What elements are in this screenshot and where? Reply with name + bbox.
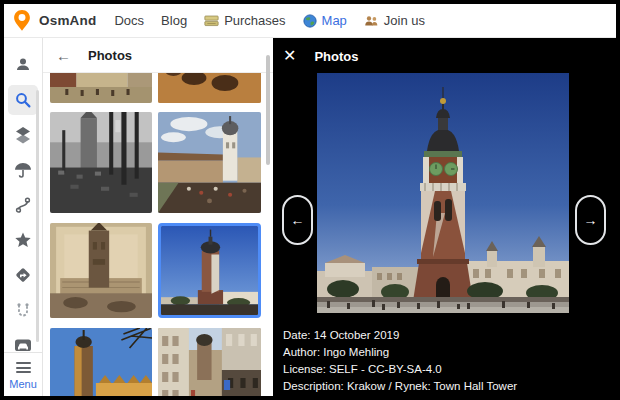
nav-map[interactable]: Map — [303, 13, 347, 28]
menu-label: Menu — [9, 378, 37, 390]
car-icon — [8, 330, 38, 360]
sidebar-item-account[interactable] — [4, 47, 42, 82]
photos-list-panel: ← Photos — [43, 38, 273, 396]
previous-photo-button[interactable]: ← — [282, 195, 313, 245]
thumbnail-painting-market-square[interactable] — [50, 73, 152, 103]
join-us-icon — [364, 15, 379, 27]
purchases-icon — [204, 15, 219, 27]
star-icon — [8, 225, 38, 255]
layers-icon — [8, 120, 38, 150]
search-icon — [8, 85, 38, 115]
sidebar-divider — [4, 352, 42, 353]
viewer-title: Photos — [314, 49, 358, 64]
right-arrow-icon: → — [584, 212, 598, 228]
umbrella-icon — [8, 155, 38, 185]
photos-panel-title: Photos — [88, 48, 132, 63]
plan-route-icon — [8, 295, 38, 325]
nav-join-us[interactable]: Join us — [364, 13, 425, 28]
left-arrow-icon: ← — [291, 212, 305, 228]
meta-date: Date: 14 October 2019 — [283, 327, 517, 344]
viewer-header: ✕ Photos — [283, 48, 358, 64]
thumbnail-bw-photo-parade[interactable] — [50, 112, 152, 213]
thumbnail-painting-white-tower[interactable] — [158, 112, 261, 213]
nav-docs[interactable]: Docs — [114, 13, 144, 28]
meta-license: License: SELF - CC-BY-SA-4.0 — [283, 361, 517, 378]
meta-author: Author: Ingo Mehling — [283, 344, 517, 361]
thumbnail-photo-tower-dusk[interactable] — [50, 328, 152, 396]
photos-panel-header: ← Photos — [43, 38, 273, 73]
nav-purchases[interactable]: Purchases — [204, 13, 285, 28]
thumbnail-photo-street-view[interactable] — [158, 328, 261, 396]
map-globe-icon — [303, 14, 317, 28]
thumbnail-sepia-drawing-tower[interactable] — [50, 223, 152, 318]
route-icon — [8, 190, 38, 220]
photo-grid — [43, 73, 273, 396]
meta-description: Description: Krakow / Rynek: Town Hall T… — [283, 378, 517, 395]
directions-icon — [8, 260, 38, 290]
next-photo-button[interactable]: → — [575, 195, 606, 245]
photo-metadata: Date: 14 October 2019 Author: Ingo Mehli… — [283, 327, 517, 395]
left-sidebar: Menu — [4, 38, 43, 396]
close-icon[interactable]: ✕ — [283, 48, 296, 64]
sidebar-menu-button[interactable]: Menu — [4, 358, 42, 390]
photos-scrollbar[interactable] — [266, 55, 270, 165]
photo-viewer-panel: ✕ Photos — [273, 38, 616, 396]
hamburger-icon — [16, 362, 31, 373]
top-navbar: OsmAnd Docs Blog Purchases — [4, 4, 616, 38]
nav-links: Docs Blog Purchases — [114, 13, 425, 28]
sidebar-scrollbar[interactable] — [36, 90, 39, 342]
main-photo-town-hall-tower — [317, 73, 569, 313]
person-icon — [8, 50, 38, 80]
thumbnail-photo-town-hall-tower[interactable] — [158, 223, 261, 318]
back-arrow-icon[interactable]: ← — [56, 48, 71, 63]
thumbnail-painting-horsemen[interactable] — [158, 73, 261, 103]
osmand-logo-icon[interactable] — [13, 10, 31, 32]
nav-blog[interactable]: Blog — [161, 13, 187, 28]
app-window: OsmAnd Docs Blog Purchases — [0, 0, 620, 400]
brand-name[interactable]: OsmAnd — [39, 13, 96, 28]
